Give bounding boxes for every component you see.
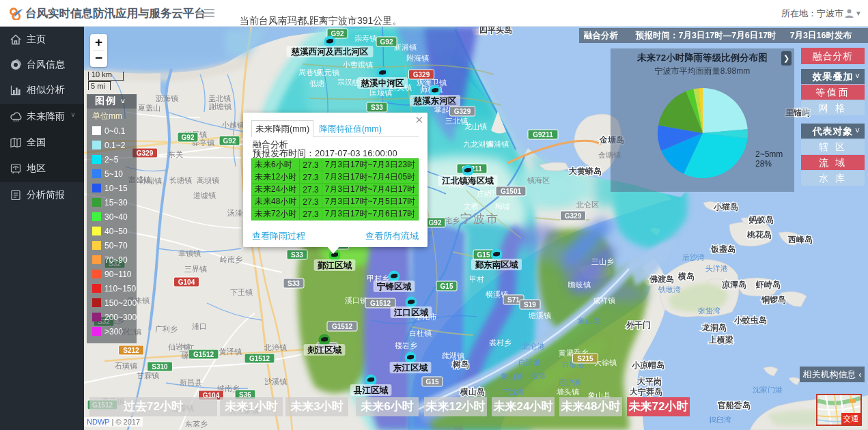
svg-text:小曹娥镇: 小曹娥镇 bbox=[342, 61, 373, 69]
svg-text:S212: S212 bbox=[123, 347, 139, 354]
svg-text:桃花岛: 桃花岛 bbox=[746, 230, 772, 240]
svg-text:G9211: G9211 bbox=[533, 131, 553, 139]
svg-text:文教: 文教 bbox=[464, 202, 479, 210]
svg-text:鄞江区域: 鄞江区域 bbox=[318, 261, 352, 270]
svg-text:S71: S71 bbox=[507, 296, 520, 304]
svg-text:G15: G15 bbox=[440, 283, 453, 290]
svg-text:S33: S33 bbox=[288, 280, 300, 287]
svg-text:G104: G104 bbox=[178, 278, 195, 286]
svg-text:蚂蚁岛: 蚂蚁岛 bbox=[748, 215, 774, 225]
svg-text:江北镇海区域: 江北镇海区域 bbox=[442, 176, 494, 186]
svg-text:象山港: 象山港 bbox=[501, 372, 523, 380]
svg-text:慈溪西河及西北河区: 慈溪西河及西北河区 bbox=[291, 47, 369, 57]
svg-text:宗汉: 宗汉 bbox=[337, 78, 352, 86]
svg-text:瞻岐镇: 瞻岐镇 bbox=[568, 281, 591, 289]
svg-text:上横梁: 上横梁 bbox=[708, 335, 733, 345]
svg-text:北仑港: 北仑港 bbox=[522, 342, 545, 350]
svg-text:G1512: G1512 bbox=[370, 300, 391, 307]
svg-text:横岛: 横岛 bbox=[677, 272, 695, 281]
svg-text:西沪港: 西沪港 bbox=[559, 378, 581, 386]
svg-text:横山岛: 横山岛 bbox=[460, 387, 485, 397]
svg-text:东茗乡: 东茗乡 bbox=[185, 420, 208, 428]
svg-text:象山港: 象山港 bbox=[578, 317, 600, 325]
svg-text:淡港: 淡港 bbox=[531, 371, 546, 379]
svg-text:西峰岛: 西峰岛 bbox=[787, 235, 813, 244]
svg-text:龙山镇: 龙山镇 bbox=[464, 122, 487, 130]
svg-text:白沿港: 白沿港 bbox=[518, 358, 541, 367]
svg-text:三界镇: 三界镇 bbox=[184, 265, 207, 273]
svg-text:长塘镇: 长塘镇 bbox=[169, 176, 192, 184]
svg-text:崇寿镇: 崇寿镇 bbox=[354, 34, 377, 42]
svg-text:下沈港: 下沈港 bbox=[502, 388, 524, 396]
svg-text:盖北镇: 盖北镇 bbox=[208, 94, 231, 102]
svg-text:沈家门港: 沈家门港 bbox=[753, 386, 783, 394]
svg-text:G1512: G1512 bbox=[249, 355, 270, 362]
svg-text:东江区域: 东江区域 bbox=[393, 363, 428, 373]
svg-text:大黄蟒岛: 大黄蟒岛 bbox=[569, 167, 602, 176]
svg-text:张蛰湾: 张蛰湾 bbox=[698, 306, 720, 315]
svg-text:白杜镇: 白杜镇 bbox=[409, 329, 432, 337]
svg-text:后沙湾: 后沙湾 bbox=[682, 253, 705, 261]
svg-text:孙端镇: 孙端镇 bbox=[139, 177, 162, 185]
svg-text:官船岙岛: 官船岙岛 bbox=[717, 401, 751, 410]
svg-text:溪口镇: 溪口镇 bbox=[345, 296, 367, 304]
svg-text:G92: G92 bbox=[182, 134, 195, 141]
svg-text:沙溪镇: 沙溪镇 bbox=[264, 377, 287, 386]
svg-text:下王镇: 下王镇 bbox=[230, 288, 253, 296]
svg-text:北漳镇: 北漳镇 bbox=[264, 343, 287, 352]
svg-text:新昌县: 新昌县 bbox=[180, 378, 202, 386]
svg-text:墙头镇: 墙头镇 bbox=[557, 388, 579, 396]
svg-text:S310: S310 bbox=[152, 363, 168, 371]
svg-text:S33: S33 bbox=[371, 104, 383, 111]
svg-text:宁锋区域: 宁锋区域 bbox=[376, 281, 412, 291]
svg-text:低塘: 低塘 bbox=[309, 79, 324, 87]
svg-text:浦口: 浦口 bbox=[192, 322, 207, 330]
svg-text:宁波市: 宁波市 bbox=[460, 212, 499, 225]
svg-text:楼岩乡: 楼岩乡 bbox=[395, 341, 417, 349]
svg-text:莼湖镇: 莼湖镇 bbox=[442, 352, 464, 360]
svg-text:北仑区: 北仑区 bbox=[576, 201, 599, 209]
svg-text:佛渡岛: 佛渡岛 bbox=[649, 274, 674, 284]
svg-text:附海镇: 附海镇 bbox=[406, 54, 429, 62]
svg-text:G329: G329 bbox=[565, 212, 582, 220]
svg-text:S33: S33 bbox=[291, 251, 303, 259]
svg-text:沥海镇: 沥海镇 bbox=[156, 94, 178, 102]
svg-text:石璜镇: 石璜镇 bbox=[115, 362, 137, 370]
svg-text:捣臼湾: 捣臼湾 bbox=[709, 416, 731, 424]
svg-text:甲村: 甲村 bbox=[469, 275, 484, 283]
svg-text:G92: G92 bbox=[380, 38, 393, 46]
svg-text:慈溪东河区: 慈溪东河区 bbox=[413, 96, 457, 106]
svg-text:剡江区域: 剡江区域 bbox=[307, 345, 342, 355]
svg-text:凉潭岛: 凉潭岛 bbox=[722, 280, 746, 289]
svg-text:梅墟: 梅墟 bbox=[494, 202, 510, 210]
svg-text:G329: G329 bbox=[413, 71, 430, 78]
svg-text:头洋港: 头洋港 bbox=[705, 264, 728, 272]
svg-text:四平头岛: 四平头岛 bbox=[479, 27, 512, 35]
svg-text:虾峙岛: 虾峙岛 bbox=[755, 280, 781, 289]
svg-text:G1512: G1512 bbox=[193, 351, 214, 358]
svg-text:G15: G15 bbox=[426, 378, 439, 386]
svg-text:慈溪中河区: 慈溪中河区 bbox=[361, 78, 404, 88]
svg-text:大平岗: 大平岗 bbox=[637, 377, 662, 386]
svg-text:G1512: G1512 bbox=[332, 323, 352, 330]
svg-text:塘溪镇: 塘溪镇 bbox=[528, 311, 551, 319]
svg-text:蒿坝镇: 蒿坝镇 bbox=[197, 176, 219, 184]
svg-text:S19: S19 bbox=[524, 301, 536, 309]
svg-text:新浦镇: 新浦镇 bbox=[394, 43, 417, 51]
svg-text:章镇镇: 章镇镇 bbox=[178, 249, 201, 257]
svg-text:G92: G92 bbox=[331, 30, 344, 38]
svg-text:小凉帽岛: 小凉帽岛 bbox=[631, 360, 664, 370]
svg-text:镇海区: 镇海区 bbox=[527, 176, 550, 184]
svg-text:外干门: 外干门 bbox=[626, 320, 651, 330]
svg-text:铜锣岛: 铜锣岛 bbox=[761, 295, 786, 304]
svg-text:铁墩湾: 铁墩湾 bbox=[658, 285, 681, 293]
svg-text:县江区域: 县江区域 bbox=[353, 386, 389, 395]
svg-text:夏盖山: 夏盖山 bbox=[138, 104, 160, 112]
svg-text:鄞东南区域: 鄞东南区域 bbox=[475, 260, 518, 270]
svg-text:裘村乡: 裘村乡 bbox=[489, 339, 512, 347]
svg-text:树岛: 树岛 bbox=[452, 360, 469, 369]
svg-text:甘霖镇: 甘霖镇 bbox=[137, 371, 159, 379]
svg-text:三山乡: 三山乡 bbox=[591, 257, 614, 266]
svg-text:G329: G329 bbox=[454, 108, 471, 115]
svg-text:道墟镇: 道墟镇 bbox=[193, 191, 216, 199]
